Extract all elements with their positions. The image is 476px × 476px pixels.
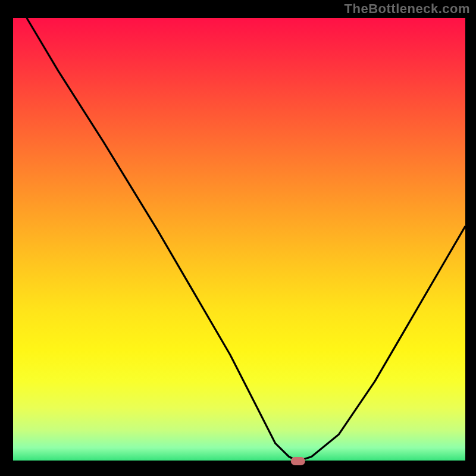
bottleneck-chart [0,0,476,476]
chart-stage: TheBottleneck.com [0,0,476,476]
plot-area [13,18,465,461]
optimal-marker [291,457,305,465]
